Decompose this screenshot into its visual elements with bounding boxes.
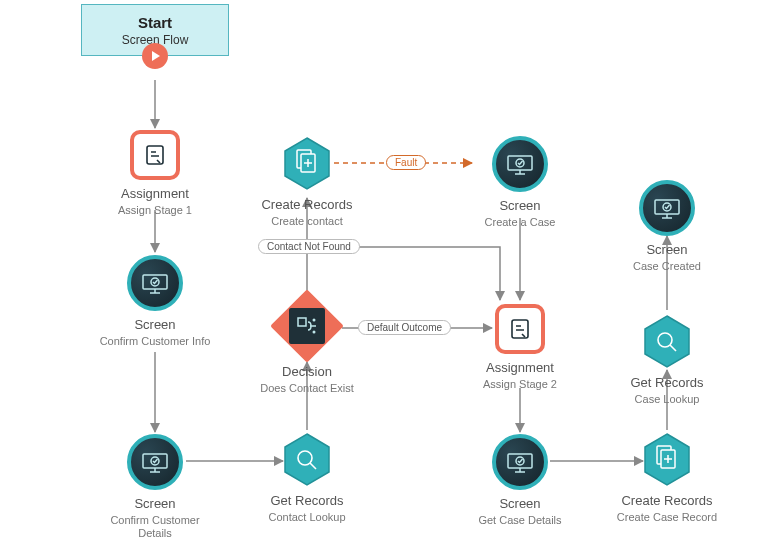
svg-point-8 <box>313 319 316 322</box>
screen-icon <box>127 255 183 311</box>
create-records-create-case-record[interactable]: Create Records Create Case Record <box>607 432 727 524</box>
node-subtitle: Confirm Customer Info <box>100 335 211 348</box>
node-subtitle: Case Lookup <box>635 393 700 406</box>
assignment-icon <box>495 304 545 354</box>
get-records-contact-lookup[interactable]: Get Records Contact Lookup <box>247 432 367 524</box>
assignment-assign-stage-1[interactable]: Assignment Assign Stage 1 <box>95 130 215 217</box>
node-title: Decision <box>282 364 332 380</box>
node-title: Assignment <box>486 360 554 376</box>
node-subtitle: Contact Lookup <box>268 511 345 524</box>
screen-icon <box>127 434 183 490</box>
node-subtitle: Case Created <box>633 260 701 273</box>
decision-does-contact-exist[interactable]: Decision Does Contact Exist <box>247 300 367 395</box>
get-records-icon <box>283 432 331 487</box>
svg-marker-21 <box>645 316 689 367</box>
screen-icon <box>639 180 695 236</box>
node-title: Get Records <box>631 375 704 391</box>
node-title: Screen <box>499 496 540 512</box>
decision-icon <box>270 289 344 363</box>
svg-point-9 <box>313 331 316 334</box>
create-records-icon <box>643 432 691 487</box>
start-node[interactable]: Start Screen Flow <box>82 4 228 69</box>
edge-label-fault: Fault <box>386 155 426 170</box>
node-title: Create Records <box>621 493 712 509</box>
node-subtitle: Confirm Customer Details <box>95 514 215 540</box>
screen-icon <box>492 434 548 490</box>
node-title: Screen <box>134 317 175 333</box>
screen-confirm-customer-info[interactable]: Screen Confirm Customer Info <box>95 255 215 348</box>
node-title: Screen <box>134 496 175 512</box>
node-title: Screen <box>646 242 687 258</box>
get-records-icon <box>643 314 691 369</box>
create-records-create-contact[interactable]: Create Records Create contact <box>247 136 367 228</box>
get-records-case-lookup[interactable]: Get Records Case Lookup <box>607 314 727 406</box>
node-subtitle: Create contact <box>271 215 343 228</box>
assignment-assign-stage-2[interactable]: Assignment Assign Stage 2 <box>460 304 580 391</box>
assignment-icon <box>130 130 180 180</box>
start-title: Start <box>138 14 172 31</box>
svg-rect-15 <box>512 320 528 338</box>
node-title: Screen <box>499 198 540 214</box>
node-subtitle: Does Contact Exist <box>260 382 354 395</box>
svg-marker-5 <box>285 434 329 485</box>
svg-rect-7 <box>298 318 306 326</box>
flow-canvas: Start Screen Flow Assignment Assign Stag… <box>0 0 760 546</box>
screen-case-created[interactable]: Screen Case Created <box>607 180 727 273</box>
node-title: Assignment <box>121 186 189 202</box>
node-subtitle: Get Case Details <box>478 514 561 527</box>
edge-label-default-outcome: Default Outcome <box>358 320 451 335</box>
node-title: Create Records <box>261 197 352 213</box>
node-title: Get Records <box>271 493 344 509</box>
edge-label-contact-not-found: Contact Not Found <box>258 239 360 254</box>
node-subtitle: Create a Case <box>485 216 556 229</box>
play-icon[interactable] <box>142 43 168 69</box>
create-records-icon <box>283 136 331 191</box>
node-subtitle: Create Case Record <box>617 511 717 524</box>
screen-confirm-customer-details[interactable]: Screen Confirm Customer Details <box>95 434 215 540</box>
svg-rect-0 <box>147 146 163 164</box>
screen-get-case-details[interactable]: Screen Get Case Details <box>460 434 580 527</box>
node-subtitle: Assign Stage 1 <box>118 204 192 217</box>
screen-icon <box>492 136 548 192</box>
screen-create-a-case[interactable]: Screen Create a Case <box>460 136 580 229</box>
node-subtitle: Assign Stage 2 <box>483 378 557 391</box>
